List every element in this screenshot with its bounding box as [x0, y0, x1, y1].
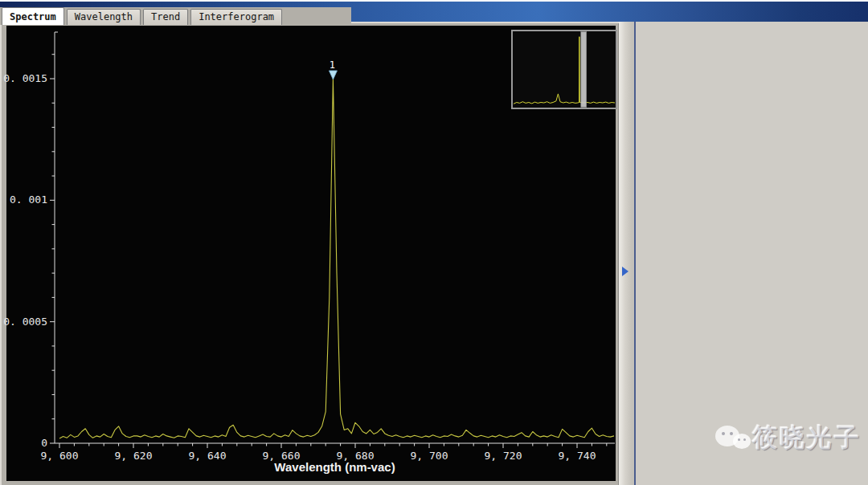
svg-text:0. 0005: 0. 0005 [3, 316, 47, 328]
spectrum-plot[interactable]: 9, 6009, 6209, 6409, 6609, 6809, 7009, 7… [0, 22, 619, 485]
tab-wavelength[interactable]: Wavelength [67, 9, 141, 25]
svg-text:9, 600: 9, 600 [41, 450, 79, 462]
svg-text:9, 740: 9, 740 [559, 450, 596, 462]
svg-text:9, 720: 9, 720 [485, 450, 522, 462]
x-axis-title: Wavelength (nm-vac) [274, 460, 395, 474]
svg-text:9, 700: 9, 700 [411, 450, 448, 462]
right-pane [636, 22, 868, 485]
overview-inset[interactable] [512, 31, 616, 108]
tab-interferogram[interactable]: Interferogram [190, 9, 282, 25]
svg-text:0: 0 [41, 437, 47, 449]
pane-splitter[interactable] [619, 22, 636, 485]
tab-trend[interactable]: Trend [143, 9, 188, 25]
svg-text:0. 0015: 0. 0015 [3, 72, 47, 84]
tab-strip: Spectrum Wavelength Trend Interferogram [0, 7, 351, 25]
spectrum-plot-frame: 9, 6009, 6209, 6409, 6609, 6809, 7009, 7… [0, 22, 619, 485]
collapse-panel-arrow-icon[interactable] [622, 267, 628, 276]
tab-spectrum[interactable]: Spectrum [2, 7, 64, 25]
inset-view-band[interactable] [581, 32, 587, 108]
svg-text:9, 620: 9, 620 [115, 450, 153, 462]
svg-text:0. 001: 0. 001 [10, 194, 47, 206]
svg-text:1: 1 [330, 59, 335, 71]
svg-text:9, 640: 9, 640 [189, 450, 227, 462]
